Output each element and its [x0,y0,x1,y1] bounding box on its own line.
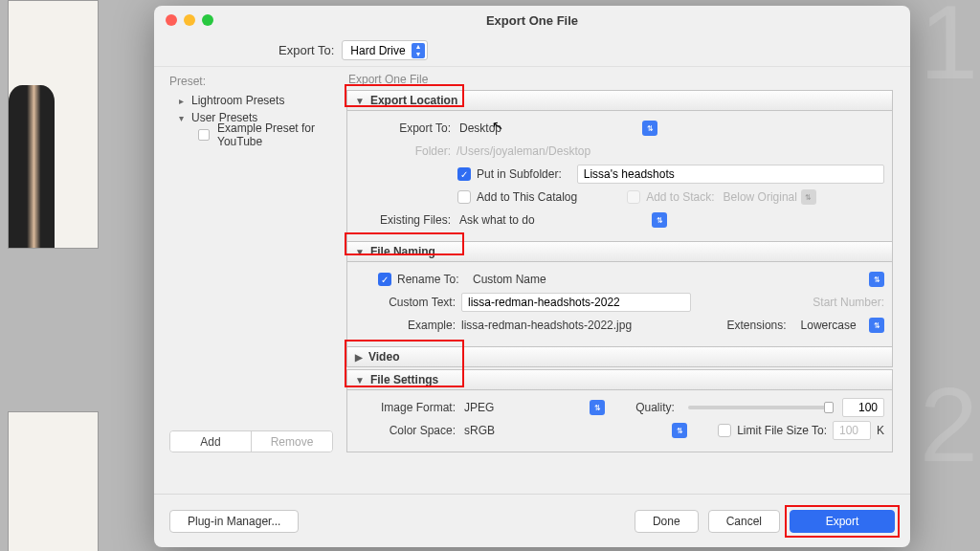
preset-item-label: Example Preset for YouTube [217,121,333,148]
rename-select[interactable]: Custom Name ⇅ [470,270,884,289]
chevron-updown-icon: ⇅ [869,318,884,333]
bg-thumb-top [8,0,99,249]
export-to-label: Export To: [355,121,451,135]
add-stack-value: Below Original [724,190,797,204]
preset-group-lightroom[interactable]: ▸ Lightroom Presets [169,92,333,109]
section-title: File Settings [370,373,438,386]
chevron-down-icon: ▾ [179,113,188,123]
plugin-manager-button[interactable]: Plug-in Manager... [169,510,299,533]
image-format-label: Image Format: [355,401,456,414]
custom-text-label: Custom Text: [355,296,456,309]
chevron-down-icon: ▼ [355,96,365,106]
section-video[interactable]: ▶ Video [346,346,893,367]
chevron-updown-icon: ⇅ [652,212,667,228]
folder-label: Folder: [355,144,451,158]
bg-person [9,85,55,248]
cursor-icon: ↖ [491,117,505,134]
chevron-updown-icon: ⇅ [801,189,816,205]
export-destination-bar: Export To: Hard Drive ▴▾ [154,34,910,67]
add-stack-label: Add to Stack: [646,190,714,204]
extensions-select[interactable]: Lowercase ⇅ [798,316,884,335]
folder-path: /Users/joyaleman/Desktop [457,144,590,158]
quality-slider[interactable] [688,406,829,409]
example-label: Example: [355,319,456,332]
export-dialog: Export One File Export To: Hard Drive ▴▾… [154,6,910,547]
chevron-right-icon: ▶ [355,352,363,363]
limit-filesize-checkbox[interactable] [718,424,731,437]
chevron-right-icon: ▸ [179,96,188,106]
chevron-updown-icon: ▴▾ [412,43,425,58]
subfolder-checkbox[interactable]: ✓ [457,167,471,181]
bg-number-2: 2 [920,364,978,485]
limit-filesize-input [833,421,871,440]
export-settings: Export One File ▼ Export Location Export… [341,67,910,494]
slider-thumb[interactable] [824,402,834,413]
section-title: File Naming [370,245,435,258]
dialog-footer: Plug-in Manager... Done Cancel Export [154,494,910,547]
section-file-settings[interactable]: ▼ File Settings [346,369,893,390]
quality-input[interactable] [842,398,884,417]
rename-label: Rename To: [397,273,464,286]
export-button[interactable]: Export [790,510,895,533]
export-location-select[interactable]: Desktop ⇅ [457,119,657,138]
subfolder-label: Put in Subfolder: [477,167,562,181]
image-format-value: JPEG [464,401,494,414]
export-to-select[interactable]: Hard Drive ▴▾ [342,40,427,60]
preset-group-label: Lightroom Presets [191,94,284,107]
subfolder-input[interactable] [577,165,884,184]
chevron-updown-icon: ⇅ [642,121,657,136]
export-to-value: Hard Drive [350,44,405,57]
rename-checkbox[interactable]: ✓ [378,273,391,286]
preset-header: Preset: [169,75,333,88]
section-export-location[interactable]: ▼ Export Location [346,90,893,111]
start-number-label: Start Number: [697,296,884,309]
chevron-updown-icon: ⇅ [869,272,884,287]
example-value: lissa-redman-headshots-2022.jpg [461,319,632,332]
done-button[interactable]: Done [635,510,699,533]
add-catalog-checkbox[interactable] [457,190,471,204]
existing-files-value: Ask what to do [459,213,535,227]
add-stack-select: Below Original ⇅ [721,187,816,207]
add-preset-button[interactable]: Add [170,431,251,452]
limit-filesize-label: Limit File Size To: [737,424,827,437]
image-format-select[interactable]: JPEG ⇅ [461,398,605,417]
preset-panel: Preset: ▸ Lightroom Presets ▾ User Prese… [154,67,341,494]
add-stack-checkbox [627,190,640,204]
existing-files-label: Existing Files: [355,213,451,227]
chevron-down-icon: ▼ [355,247,365,257]
rename-value: Custom Name [473,273,546,286]
add-catalog-label: Add to This Catalog [477,190,577,204]
preset-item[interactable]: Example Preset for YouTube [169,126,333,143]
custom-text-input[interactable] [461,293,691,312]
chevron-down-icon: ▼ [355,375,365,386]
section-file-naming[interactable]: ▼ File Naming [346,241,893,262]
section-title: Export Location [370,94,457,107]
quality-label: Quality: [635,401,675,414]
bg-number-1: 1 [920,0,978,102]
content-subtitle: Export One File [348,73,893,86]
titlebar: Export One File [154,6,910,34]
chevron-updown-icon: ⇅ [590,400,605,415]
limit-filesize-unit: K [877,424,884,437]
section-title: Video [368,350,399,364]
extensions-value: Lowercase [801,319,857,332]
color-space-select[interactable]: sRGB ⇅ [461,421,687,440]
dialog-title: Export One File [154,13,910,28]
color-space-label: Color Space: [355,424,456,437]
export-to-label: Export To: [278,43,334,57]
extensions-label: Extensions: [727,319,787,332]
bg-thumb-bottom [8,411,99,551]
checkbox-empty[interactable] [198,129,210,141]
remove-preset-button[interactable]: Remove [251,431,332,452]
chevron-updown-icon: ⇅ [672,423,687,438]
cancel-button[interactable]: Cancel [708,510,780,533]
existing-files-select[interactable]: Ask what to do ⇅ [457,210,667,230]
color-space-value: sRGB [464,424,495,437]
